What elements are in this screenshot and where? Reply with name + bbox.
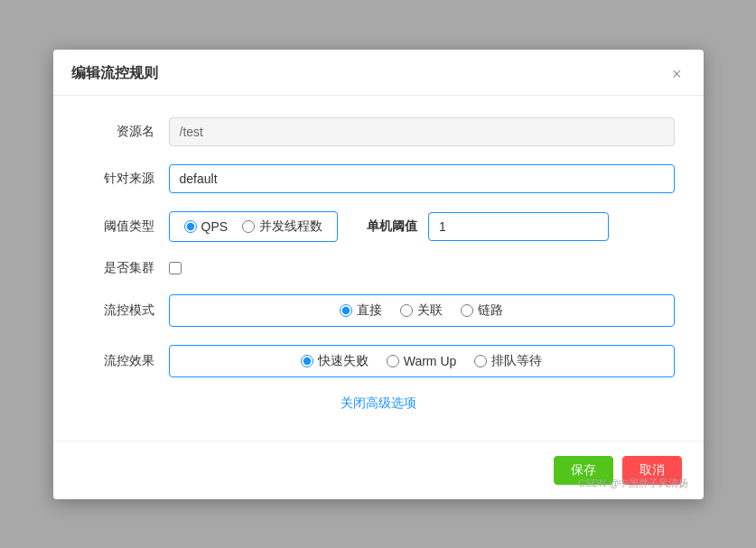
radio-direct[interactable]: 直接 (340, 302, 382, 319)
source-row: 针对来源 (82, 164, 675, 193)
dialog-body: 资源名 针对来源 阈值类型 QPS (53, 96, 704, 441)
watermark: CSDN @中国胖子风清扬 (578, 477, 688, 490)
cluster-row: 是否集群 (82, 260, 675, 276)
single-threshold-label: 单机阈值 (367, 218, 417, 235)
radio-qps-input[interactable] (184, 220, 197, 233)
dialog-header: 编辑流控规则 × (53, 50, 704, 96)
cluster-checkbox[interactable] (169, 262, 182, 274)
resource-input[interactable] (169, 117, 675, 146)
source-input-wrapper (169, 164, 675, 193)
source-input[interactable] (169, 164, 675, 193)
flow-effect-group: 快速失败 Warm Up 排队等待 (169, 345, 675, 377)
single-threshold-input[interactable] (428, 212, 609, 241)
flow-mode-group: 直接 关联 链路 (169, 294, 675, 327)
radio-threads-label: 并发线程数 (259, 218, 322, 235)
radio-fast-fail-input[interactable] (301, 355, 313, 367)
radio-queue-label: 排队等待 (491, 353, 542, 369)
flow-mode-row: 流控模式 直接 关联 链路 (82, 294, 675, 327)
threshold-type-box: QPS 并发线程数 (169, 211, 339, 242)
radio-direct-input[interactable] (340, 304, 352, 317)
close-icon[interactable]: × (668, 64, 686, 84)
radio-warm-up-input[interactable] (387, 355, 399, 367)
cluster-checkbox-wrapper (169, 262, 675, 274)
threshold-type-row: 阈值类型 QPS 并发线程数 单机阈值 (82, 211, 675, 242)
radio-qps[interactable]: QPS (184, 219, 229, 234)
radio-direct-label: 直接 (357, 302, 382, 319)
radio-fast-fail[interactable]: 快速失败 (301, 353, 369, 369)
flow-effect-label: 流控效果 (82, 353, 154, 369)
advanced-link-wrapper: 关闭高级选项 (82, 395, 675, 412)
dialog: 编辑流控规则 × 资源名 针对来源 阈值类型 (53, 50, 704, 499)
radio-relate-label: 关联 (417, 302, 443, 319)
flow-mode-label: 流控模式 (82, 302, 154, 319)
threshold-type-label: 阈值类型 (82, 218, 154, 235)
radio-queue-input[interactable] (474, 355, 487, 367)
flow-mode-content: 直接 关联 链路 (169, 294, 675, 327)
radio-fast-fail-label: 快速失败 (318, 353, 369, 369)
radio-queue[interactable]: 排队等待 (474, 353, 542, 369)
advanced-options-link[interactable]: 关闭高级选项 (82, 395, 675, 412)
flow-effect-content: 快速失败 Warm Up 排队等待 (169, 345, 675, 377)
flow-effect-row: 流控效果 快速失败 Warm Up 排队等待 (82, 345, 675, 377)
resource-label: 资源名 (82, 124, 154, 140)
source-label: 针对来源 (82, 171, 154, 187)
dialog-overlay: 编辑流控规则 × 资源名 针对来源 阈值类型 (0, 0, 756, 548)
radio-threads-input[interactable] (242, 220, 255, 233)
radio-warm-up[interactable]: Warm Up (387, 354, 457, 368)
radio-threads[interactable]: 并发线程数 (242, 218, 322, 235)
threshold-type-content: QPS 并发线程数 单机阈值 (169, 211, 675, 242)
cluster-label: 是否集群 (82, 260, 154, 276)
resource-name-row: 资源名 (82, 117, 675, 146)
radio-warm-up-label: Warm Up (404, 354, 457, 368)
radio-qps-label: QPS (201, 219, 229, 234)
radio-chain[interactable]: 链路 (461, 302, 503, 319)
dialog-title: 编辑流控规则 (71, 64, 158, 83)
radio-chain-label: 链路 (478, 302, 503, 319)
radio-relate[interactable]: 关联 (400, 302, 443, 319)
radio-relate-input[interactable] (400, 304, 413, 317)
resource-input-wrapper (169, 117, 675, 146)
radio-chain-input[interactable] (461, 304, 473, 317)
dialog-footer: 保存 取消 CSDN @中国胖子风清扬 (53, 441, 704, 499)
